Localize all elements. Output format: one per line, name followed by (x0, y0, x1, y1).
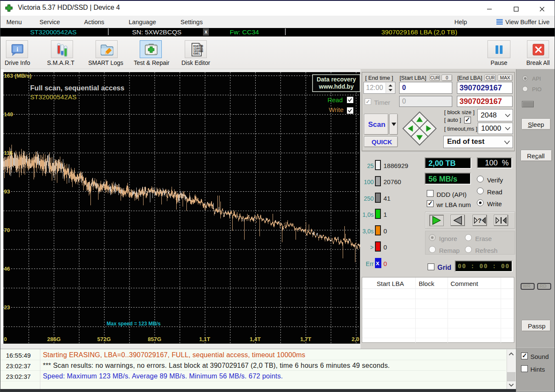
svg-text:572G: 572G (97, 336, 111, 342)
svg-text:23: 23 (4, 304, 10, 311)
svg-text:Data recovery: Data recovery (317, 76, 356, 83)
svg-text:1,4T: 1,4T (250, 336, 261, 342)
svg-text:www.hdd.by: www.hdd.by (318, 83, 354, 90)
svg-text:46: 46 (4, 266, 10, 272)
svg-text:Write: Write (329, 106, 344, 113)
svg-text:140: 140 (4, 111, 13, 118)
svg-text:70: 70 (4, 227, 10, 233)
svg-text:Read: Read (327, 96, 343, 104)
svg-text:1,7T: 1,7T (300, 336, 311, 342)
svg-text:?: ? (478, 217, 482, 224)
svg-text:i: i (17, 46, 18, 53)
svg-text:ST32000542AS: ST32000542AS (30, 93, 77, 101)
svg-text:857G: 857G (148, 336, 161, 342)
svg-text:286G: 286G (47, 336, 61, 342)
svg-text:6001: 6001 (193, 53, 200, 56)
svg-text:1,1T: 1,1T (199, 336, 210, 342)
svg-text:0: 0 (4, 336, 7, 342)
svg-text:2,0: 2,0 (352, 336, 359, 342)
svg-text:93: 93 (4, 188, 10, 195)
svg-text:Full scan, sequential access: Full scan, sequential access (30, 84, 124, 92)
svg-text:163 (MB/s): 163 (MB/s) (4, 73, 31, 79)
svg-text:Max speed = 123 MB/s: Max speed = 123 MB/s (107, 321, 161, 327)
svg-text:116: 116 (4, 150, 13, 156)
